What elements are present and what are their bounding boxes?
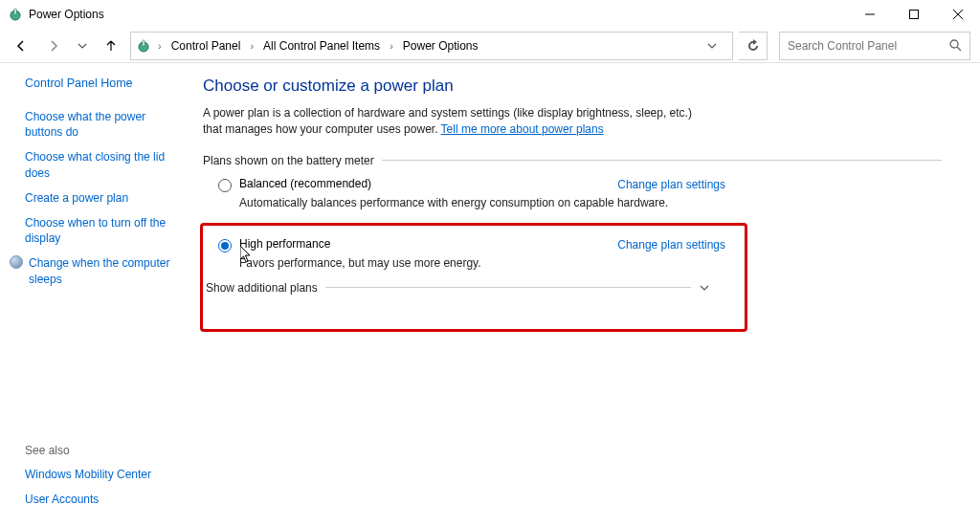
refresh-button[interactable]	[739, 32, 768, 60]
address-dropdown-icon[interactable]	[707, 41, 728, 51]
chevron-right-icon[interactable]: ›	[388, 40, 395, 52]
svg-point-8	[950, 40, 958, 48]
sidebar: Control Panel Home Choose what the power…	[0, 63, 189, 526]
tell-me-more-link[interactable]: Tell me more about power plans	[441, 122, 604, 136]
sidebar-link-computer-sleeps[interactable]: Change when the computer sleeps	[10, 255, 180, 286]
show-additional-plans-toggle[interactable]: Show additional plans	[203, 281, 710, 295]
chevron-right-icon[interactable]: ›	[156, 40, 164, 52]
chevron-right-icon[interactable]: ›	[248, 40, 256, 52]
up-button[interactable]	[98, 33, 124, 59]
shield-icon	[10, 255, 23, 269]
change-plan-settings-link[interactable]: Change plan settings	[617, 178, 725, 191]
radio-checked-icon[interactable]	[218, 239, 232, 252]
divider	[325, 287, 691, 288]
back-button[interactable]	[8, 33, 34, 59]
plan-radio-row[interactable]: High performance	[218, 237, 330, 252]
highlight-annotation: High performance Change plan settings Fa…	[200, 223, 747, 332]
breadcrumb-power-options[interactable]: Power Options	[399, 37, 482, 55]
power-options-icon	[135, 37, 152, 55]
close-button[interactable]	[936, 0, 980, 29]
see-also-header: See also	[25, 444, 180, 457]
breadcrumb-control-panel[interactable]: Control Panel	[167, 37, 245, 55]
svg-rect-1	[14, 9, 16, 14]
title-bar: Power Options	[0, 0, 980, 29]
main-content: Choose or customize a power plan A power…	[189, 63, 980, 526]
plan-name: High performance	[239, 237, 330, 251]
radio-unchecked-icon[interactable]	[218, 179, 232, 192]
plan-description: Automatically balances performance with …	[218, 196, 697, 209]
page-description: A power plan is a collection of hardware…	[203, 105, 701, 139]
navigation-bar: › Control Panel › All Control Panel Item…	[0, 29, 980, 63]
recent-locations-button[interactable]	[73, 33, 92, 59]
plans-section-label: Plans shown on the battery meter	[203, 154, 942, 167]
plan-name: Balanced (recommended)	[239, 177, 371, 190]
svg-rect-3	[910, 11, 919, 19]
divider	[382, 160, 942, 161]
svg-rect-7	[143, 40, 145, 46]
see-also-mobility-center[interactable]: Windows Mobility Center	[25, 467, 180, 482]
window-title: Power Options	[29, 8, 104, 21]
search-icon[interactable]	[949, 39, 962, 52]
search-input[interactable]	[788, 39, 949, 53]
chevron-down-icon[interactable]	[699, 282, 710, 294]
address-bar[interactable]: › Control Panel › All Control Panel Item…	[130, 32, 733, 60]
sidebar-link-closing-lid[interactable]: Choose what closing the lid does	[25, 149, 180, 180]
sidebar-item-label: Change when the computer sleeps	[29, 255, 180, 286]
sidebar-link-turn-off-display[interactable]: Choose when to turn off the display	[25, 215, 180, 246]
plan-balanced: Balanced (recommended) Change plan setti…	[203, 177, 942, 209]
plan-high-performance: High performance Change plan settings Fa…	[203, 237, 731, 270]
maximize-button[interactable]	[892, 0, 936, 29]
see-also-user-accounts[interactable]: User Accounts	[25, 492, 180, 507]
minimize-button[interactable]	[848, 0, 892, 29]
plan-description: Favors performance, but may use more ene…	[218, 256, 697, 270]
change-plan-settings-link[interactable]: Change plan settings	[617, 238, 725, 252]
plan-radio-row[interactable]: Balanced (recommended)	[218, 177, 371, 192]
window-controls	[848, 0, 980, 29]
forward-button[interactable]	[40, 33, 67, 59]
breadcrumb-all-items[interactable]: All Control Panel Items	[259, 37, 384, 55]
control-panel-home-link[interactable]: Control Panel Home	[25, 77, 180, 90]
sidebar-link-power-buttons[interactable]: Choose what the power buttons do	[25, 109, 180, 140]
svg-line-9	[957, 47, 961, 51]
power-options-icon	[8, 7, 23, 22]
sidebar-link-create-plan[interactable]: Create a power plan	[25, 190, 180, 206]
search-box[interactable]	[779, 32, 970, 60]
page-title: Choose or customize a power plan	[203, 77, 942, 96]
